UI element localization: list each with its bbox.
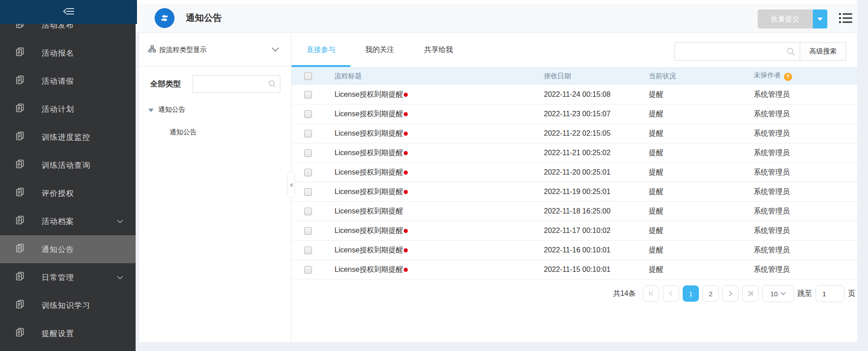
first-page-button[interactable]	[643, 285, 659, 302]
row-checkbox[interactable]	[304, 208, 312, 215]
batch-submit-dropdown-button[interactable]	[813, 9, 827, 28]
document-copy-icon	[15, 271, 25, 284]
advanced-search-button[interactable]: 高级搜索	[800, 42, 846, 61]
flow-title-link[interactable]: License授权到期提醒	[335, 266, 403, 273]
pending-operator: 系统管理员	[754, 109, 857, 119]
tab-my-follow[interactable]: 我的关注	[350, 33, 409, 67]
sidebar-item-label: 活动计划	[42, 104, 74, 114]
table-row[interactable]: License授权到期提醒 2022-11-21 00:25:02 提醒 系统管…	[292, 143, 857, 163]
sidebar-item-11[interactable]: 提醒设置	[0, 319, 136, 347]
page-button-2[interactable]: 2	[703, 285, 719, 302]
pending-operator: 系统管理员	[754, 148, 857, 158]
flow-title-link[interactable]: License授权到期提醒	[335, 188, 403, 195]
sidebar-item-1[interactable]: 活动报名	[0, 39, 136, 67]
row-checkbox[interactable]	[304, 91, 312, 99]
page-size-select[interactable]: 10	[762, 285, 794, 302]
display-mode-dropdown[interactable]: 按流程类型显示	[139, 33, 291, 66]
table-row[interactable]: License授权到期提醒 2022-11-15 00:10:01 提醒 系统管…	[292, 260, 857, 280]
flow-title-link[interactable]: License授权到期提醒	[335, 168, 403, 176]
pending-operator: 系统管理员	[754, 265, 857, 275]
sidebar-item-label: 训练知识学习	[42, 300, 90, 311]
unread-dot	[404, 151, 408, 155]
last-page-button[interactable]	[742, 285, 759, 302]
row-checkbox[interactable]	[304, 149, 312, 157]
flow-title-link[interactable]: License授权到期提醒	[335, 129, 403, 137]
document-copy-icon	[15, 75, 25, 87]
sidebar-item-9[interactable]: 日常管理	[0, 263, 136, 291]
sidebar-item-2[interactable]: 活动请假	[0, 67, 136, 95]
current-status: 提醒	[649, 168, 754, 177]
table-row[interactable]: License授权到期提醒 2022-11-22 02:15:05 提醒 系统管…	[292, 124, 857, 143]
receive-date: 2022-11-16 00:10:01	[544, 246, 649, 254]
tab-direct-participation[interactable]: 直接参与	[292, 33, 350, 67]
sidebar-item-7[interactable]: 活动档案	[0, 207, 136, 235]
pending-operator: 系统管理员	[754, 168, 857, 177]
triangle-down-icon[interactable]	[148, 109, 154, 112]
row-checkbox[interactable]	[304, 188, 312, 196]
flow-title-link[interactable]: License授权到期提醒	[335, 110, 403, 118]
sidebar-item-label: 活动档案	[42, 216, 74, 227]
page-title: 通知公告	[186, 12, 222, 24]
next-page-button[interactable]	[722, 285, 739, 302]
display-mode-label: 按流程类型显示	[159, 45, 207, 54]
sidebar-item-3[interactable]: 活动计划	[0, 95, 136, 123]
select-all-checkbox[interactable]	[304, 72, 312, 80]
sidebar-menu: 活动发布 活动报名	[0, 11, 136, 347]
row-checkbox[interactable]	[304, 110, 312, 118]
table-row[interactable]: License授权到期提醒 2022-11-18 16:25:00 提醒 系统管…	[292, 202, 857, 221]
pending-operator: 系统管理员	[754, 90, 857, 100]
document-copy-icon	[15, 47, 25, 59]
document-copy-icon	[15, 327, 25, 340]
batch-submit-button[interactable]: 批量提交	[758, 9, 813, 28]
tree-node-parent[interactable]: 通知公告	[139, 104, 291, 117]
panel-collapse-handle[interactable]	[287, 172, 295, 198]
search-input[interactable]	[679, 43, 783, 60]
table-row[interactable]: License授权到期提醒 2022-11-23 00:15:07 提醒 系统管…	[292, 104, 857, 124]
table-row[interactable]: License授权到期提醒 2022-11-20 00:25:01 提醒 系统管…	[292, 163, 857, 182]
row-checkbox[interactable]	[304, 130, 312, 138]
row-checkbox[interactable]	[304, 227, 312, 235]
filter-panel: 按流程类型显示 全部类型 通知公告 通知公告	[139, 33, 291, 342]
flow-title-link[interactable]: License授权到期提醒	[335, 227, 403, 234]
app-window: 活动发布 活动报名	[0, 0, 868, 351]
help-icon[interactable]: ?	[784, 73, 792, 81]
sidebar-item-8[interactable]: 通知公告	[0, 235, 136, 263]
chevron-down-icon	[781, 292, 786, 295]
table-row[interactable]: License授权到期提醒 2022-11-24 00:15:08 提醒 系统管…	[292, 85, 857, 104]
flow-title-link[interactable]: License授权到期提醒	[335, 149, 403, 157]
sidebar-item-6[interactable]: 评价授权	[0, 179, 136, 207]
jump-page-input[interactable]	[816, 285, 844, 302]
list-view-icon[interactable]	[839, 12, 852, 24]
sidebar-item-label: 通知公告	[42, 244, 74, 255]
row-checkbox[interactable]	[304, 169, 312, 176]
tree-node-child[interactable]: 通知公告	[170, 128, 197, 137]
unread-dot	[404, 93, 408, 97]
category-search-input[interactable]	[197, 76, 264, 92]
triangle-left-icon	[290, 183, 292, 187]
current-status: 提醒	[649, 207, 754, 216]
tab-shared-with-me[interactable]: 共享给我	[409, 33, 468, 67]
row-checkbox[interactable]	[304, 247, 312, 254]
current-status: 提醒	[649, 265, 754, 275]
collapse-menu-icon[interactable]	[63, 7, 75, 17]
search-icon[interactable]	[786, 47, 795, 58]
document-copy-icon	[15, 159, 25, 171]
prev-page-button[interactable]	[663, 285, 679, 302]
receive-date: 2022-11-19 00:25:01	[544, 188, 649, 196]
flow-title-link[interactable]: License授权到期提醒	[335, 207, 403, 215]
flow-title-link[interactable]: License授权到期提醒	[335, 246, 403, 254]
sidebar-item-5[interactable]: 训练活动查询	[0, 151, 136, 179]
sidebar-item-4[interactable]: 训练进度监控	[0, 123, 136, 151]
unread-dot	[404, 268, 408, 272]
unread-dot	[404, 132, 408, 136]
pending-operator: 系统管理员	[754, 207, 857, 216]
unread-dot	[404, 112, 408, 116]
page-button-1[interactable]: 1	[683, 285, 699, 302]
row-checkbox[interactable]	[304, 266, 312, 274]
table-row[interactable]: License授权到期提醒 2022-11-19 00:25:01 提醒 系统管…	[292, 182, 857, 202]
sidebar-item-10[interactable]: 训练知识学习	[0, 291, 136, 319]
table-row[interactable]: License授权到期提醒 2022-11-17 00:10:02 提醒 系统管…	[292, 221, 857, 241]
table-row[interactable]: License授权到期提醒 2022-11-16 00:10:01 提醒 系统管…	[292, 241, 857, 260]
receive-date: 2022-11-23 00:15:07	[544, 110, 649, 118]
flow-title-link[interactable]: License授权到期提醒	[335, 90, 403, 98]
